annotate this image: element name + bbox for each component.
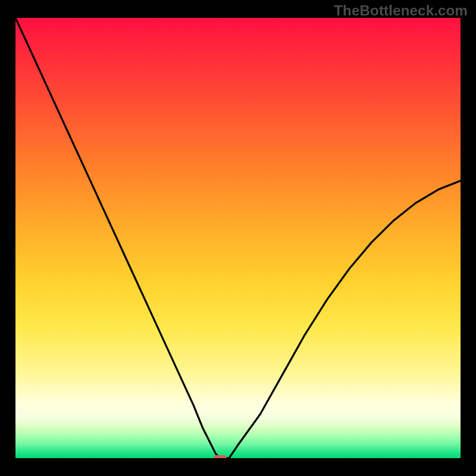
chart-frame: TheBottleneck.com bbox=[0, 0, 476, 476]
bottleneck-curve bbox=[15, 18, 461, 458]
watermark-text: TheBottleneck.com bbox=[334, 2, 468, 19]
curve-svg bbox=[15, 18, 461, 458]
plot-area bbox=[15, 18, 461, 458]
optimal-marker bbox=[214, 455, 227, 458]
